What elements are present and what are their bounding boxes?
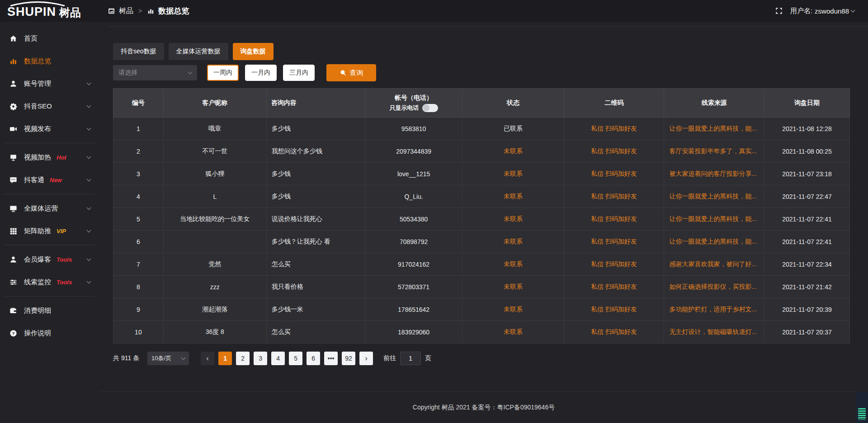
cell-account: 917024162 bbox=[365, 253, 462, 276]
pagination: 共 911 条 10条/页 123456•••92 前往 页 bbox=[113, 352, 850, 365]
sidebar: 首页数据总览账号管理抖音SEO视频发布视频加热Hot抖客通New全媒体运营矩阵助… bbox=[0, 22, 99, 423]
cell-content: 我只看价格 bbox=[266, 276, 365, 298]
video-icon bbox=[9, 125, 18, 133]
page-button-6[interactable]: 6 bbox=[307, 352, 320, 365]
footer: Copyright 树品 2021 备案号：粤ICP备09019646号 bbox=[99, 391, 868, 423]
page-size-select[interactable]: 10条/页 bbox=[147, 352, 189, 365]
sidebar-item-douyin-seo[interactable]: 抖音SEO bbox=[0, 95, 99, 118]
page-ellipsis-button[interactable]: ••• bbox=[324, 352, 338, 365]
cell-qrcode[interactable]: 私信 扫码加好友 bbox=[564, 208, 664, 230]
sidebar-item-douketong[interactable]: 抖客通New bbox=[0, 169, 99, 191]
cell-source[interactable]: 感谢大家喜欢我家，被问了好... bbox=[664, 253, 764, 276]
cell-qrcode[interactable]: 私信 扫码加好友 bbox=[564, 298, 664, 321]
breadcrumb-root[interactable]: 树品 bbox=[119, 6, 133, 16]
query-button[interactable]: 查询 bbox=[326, 64, 376, 81]
cell-nickname: 哦章 bbox=[163, 118, 266, 140]
cell-qrcode[interactable]: 私信 扫码加好友 bbox=[564, 185, 664, 208]
floating-widget[interactable] bbox=[856, 391, 868, 423]
column-header-date: 询盘日期 bbox=[764, 89, 849, 118]
sidebar-item-label: 全媒体运营 bbox=[24, 204, 58, 213]
jump-page-input[interactable] bbox=[400, 352, 421, 365]
username-dropdown[interactable]: 用户名: zswodun88 bbox=[790, 7, 854, 15]
table-row: 2不可一世我想问这个多少钱2097344839未联系私信 扫码加好友客厅安装投影… bbox=[113, 140, 850, 163]
cell-qrcode[interactable]: 私信 扫码加好友 bbox=[564, 140, 664, 163]
cell-qrcode[interactable]: 私信 扫码加好友 bbox=[564, 163, 664, 185]
tab-inquiry-data[interactable]: 询盘数据 bbox=[233, 43, 274, 60]
page-button-5[interactable]: 5 bbox=[289, 352, 302, 365]
cell-status: 未联系 bbox=[462, 185, 564, 208]
page-jump: 前往 页 bbox=[383, 352, 431, 365]
sidebar-item-member-baoke[interactable]: 会员爆客Tools bbox=[0, 248, 99, 271]
cell-date: 2021-11-07 23:18 bbox=[764, 163, 849, 185]
period-button-one-month[interactable]: 一月内 bbox=[245, 65, 277, 81]
cell-account: 572803371 bbox=[365, 276, 462, 298]
cell-source[interactable]: 让你一眼就爱上的黑科技，能... bbox=[664, 208, 764, 230]
chevron-down-icon bbox=[87, 256, 91, 261]
jump-label-prefix: 前往 bbox=[383, 354, 396, 362]
cell-account: love__1215 bbox=[365, 163, 462, 185]
sidebar-item-operation-guide[interactable]: ?操作说明 bbox=[0, 322, 99, 344]
page-button-3[interactable]: 3 bbox=[254, 352, 267, 365]
cell-no: 4 bbox=[113, 185, 164, 208]
cell-source[interactable]: 无主灯设计，智能磁吸轨道灯... bbox=[664, 321, 764, 343]
cell-qrcode[interactable]: 私信 扫码加好友 bbox=[564, 118, 664, 140]
column-header-nickname: 客户昵称 bbox=[163, 89, 266, 118]
search-icon bbox=[340, 69, 347, 76]
chevron-down-icon bbox=[87, 228, 91, 232]
username-value: zswodun88 bbox=[815, 7, 849, 15]
cell-no: 1 bbox=[113, 118, 164, 140]
tab-media-operation-data[interactable]: 全媒体运营数据 bbox=[169, 43, 228, 60]
fullscreen-icon[interactable] bbox=[775, 7, 783, 15]
table-row: 5当地比较能吃的一位美女说说价格让我死心50534380未联系私信 扫码加好友让… bbox=[113, 208, 850, 230]
cell-account: 2097344839 bbox=[365, 140, 462, 163]
filter-select[interactable]: 请选择 bbox=[113, 65, 197, 80]
page-button-2[interactable]: 2 bbox=[236, 352, 250, 365]
prev-page-button[interactable] bbox=[201, 352, 214, 365]
cell-qrcode[interactable]: 私信 扫码加好友 bbox=[564, 321, 664, 343]
next-page-button[interactable] bbox=[359, 352, 373, 365]
page-button-4[interactable]: 4 bbox=[271, 352, 285, 365]
filter-bar: 请选择 一周内一月内三月内 查询 bbox=[113, 64, 850, 81]
sidebar-item-clue-monitor[interactable]: 线索监控Tools bbox=[0, 271, 99, 293]
query-button-label: 查询 bbox=[350, 69, 363, 77]
app-logo[interactable]: SHUPIN 树品 bbox=[0, 0, 99, 22]
main-content: 抖音seo数据全媒体运营数据询盘数据 请选择 一周内一月内三月内 查询 编号客户… bbox=[99, 22, 868, 391]
sidebar-divider bbox=[5, 245, 95, 245]
cell-nickname: 狐小狸 bbox=[163, 163, 266, 185]
cell-source[interactable]: 客厅安装投影半年多了，真实... bbox=[664, 140, 764, 163]
cell-date: 2021-11-07 22:41 bbox=[764, 208, 849, 230]
sidebar-item-badge: Hot bbox=[57, 154, 66, 161]
cell-source[interactable]: 多功能护栏灯，适用于乡村文... bbox=[664, 298, 764, 321]
cell-source[interactable]: 让你一眼就爱上的黑科技，能... bbox=[664, 185, 764, 208]
sidebar-item-matrix-boost[interactable]: 矩阵助推VIP bbox=[0, 220, 99, 242]
sidebar-item-consume-detail[interactable]: 消费明细 bbox=[0, 299, 99, 322]
chevron-down-icon bbox=[87, 80, 91, 85]
cell-content: 怎么买 bbox=[266, 321, 365, 343]
cell-date: 2021-11-08 12:28 bbox=[764, 118, 849, 140]
breadcrumb: 树品 > 数据总览 bbox=[108, 6, 189, 16]
page-button-1[interactable]: 1 bbox=[218, 352, 232, 365]
cell-qrcode[interactable]: 私信 扫码加好友 bbox=[564, 253, 664, 276]
cell-qrcode[interactable]: 私信 扫码加好友 bbox=[564, 276, 664, 298]
chevron-down-icon bbox=[87, 279, 91, 283]
cell-source[interactable]: 被大家追着问的客厅投影分享... bbox=[664, 163, 764, 185]
cell-source[interactable]: 让你一眼就爱上的黑科技，能... bbox=[664, 118, 764, 140]
sidebar-item-data-overview[interactable]: 数据总览 bbox=[0, 50, 99, 72]
logo-arc bbox=[9, 1, 66, 6]
sidebar-item-media-operation[interactable]: 全媒体运营 bbox=[0, 197, 99, 220]
cell-source[interactable]: 如何正确选择投影仪，买投影... bbox=[664, 276, 764, 298]
sidebar-item-video-heat[interactable]: 视频加热Hot bbox=[0, 146, 99, 169]
page-button-92[interactable]: 92 bbox=[342, 352, 355, 365]
sidebar-item-video-publish[interactable]: 视频发布 bbox=[0, 118, 99, 140]
cell-source[interactable]: 让你一眼就爱上的黑科技，能... bbox=[664, 230, 764, 253]
tab-douyin-seo-data[interactable]: 抖音seo数据 bbox=[113, 43, 164, 60]
phone-only-toggle[interactable] bbox=[422, 104, 438, 112]
chevron-down-icon bbox=[188, 70, 193, 74]
cell-qrcode[interactable]: 私信 扫码加好友 bbox=[564, 230, 664, 253]
period-button-one-week[interactable]: 一周内 bbox=[207, 65, 239, 81]
sidebar-item-account-management[interactable]: 账号管理 bbox=[0, 72, 99, 95]
cell-account: Q_Liu. bbox=[365, 185, 462, 208]
sidebar-item-home[interactable]: 首页 bbox=[0, 27, 99, 50]
cell-date: 2021-11-07 22:41 bbox=[764, 230, 849, 253]
period-button-three-months[interactable]: 三月内 bbox=[283, 65, 315, 81]
